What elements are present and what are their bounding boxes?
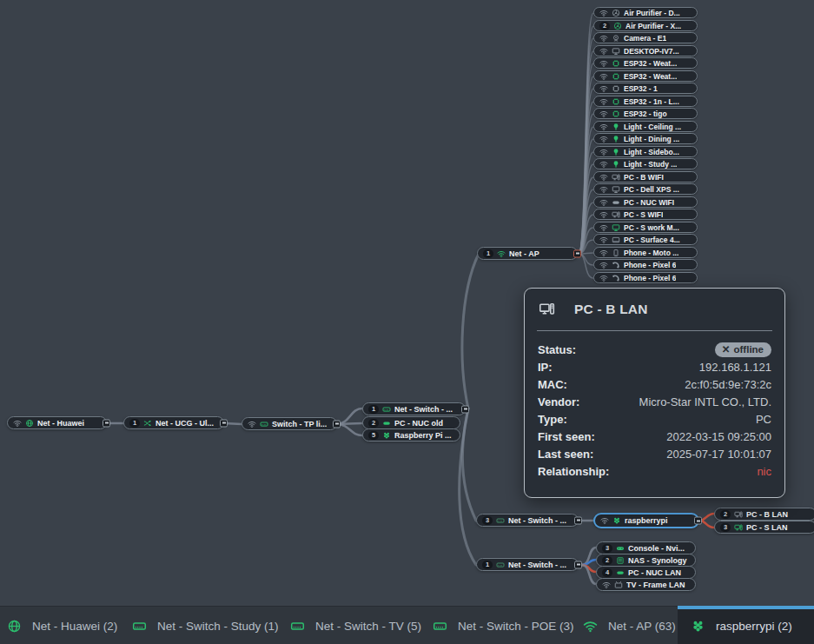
field-mac: MAC: 2c:f0:5d:9e:73:2c — [535, 375, 774, 393]
device-node-pc-b-wifi[interactable]: PC - B WIFI — [593, 171, 698, 183]
device-node-phone-moto[interactable]: Phone - Moto ... — [593, 247, 698, 258]
status-badge: ✕offline — [715, 342, 771, 357]
node-net-switch-a[interactable]: 1 Net - Switch - ... — [362, 402, 466, 415]
field-label: MAC: — [538, 378, 567, 391]
node-net-ap[interactable]: 1 Net - AP — [477, 247, 578, 260]
node-label: PC - S LAN — [746, 523, 788, 532]
bulb-icon — [612, 135, 620, 143]
device-node-pc-dell-xps[interactable]: PC - Dell XPS ... — [593, 183, 698, 195]
collapse-button[interactable] — [461, 405, 469, 413]
tab-raspberrypi-active[interactable]: raspberrypi (2) — [678, 607, 814, 644]
tab-net-switch-study[interactable]: Net - Switch - Study (1) — [132, 607, 279, 644]
tab-net-switch-poe[interactable]: Net - Switch - POE (3) — [433, 607, 574, 644]
field-ip: IP: 192.168.1.121 — [535, 358, 774, 375]
node-net-switch-b[interactable]: 3 Net - Switch - ... — [476, 514, 579, 527]
collapse-button[interactable] — [220, 419, 228, 427]
device-node-air-purifier-d[interactable]: Air Purifier - D... — [593, 7, 698, 18]
node-net-switch-c[interactable]: 1 Net - Switch - ... — [476, 558, 579, 571]
collapse-button[interactable] — [574, 516, 582, 524]
device-node-air-purifier-x[interactable]: 2Air Purifier - X... — [593, 20, 698, 31]
node-label: PC - NUC LAN — [628, 568, 681, 577]
bulb-icon — [612, 148, 620, 156]
node-switch-tp[interactable]: Switch - TP li... — [242, 417, 337, 430]
node-pc-s-lan[interactable]: 3 PC - S LAN — [714, 521, 814, 534]
device-label: Light - Dining ... — [624, 135, 679, 143]
node-pc-nuc-lan[interactable]: 4 PC - NUC LAN — [596, 566, 696, 579]
node-nas-synology[interactable]: 2 NAS - Synology — [596, 554, 696, 567]
node-net-ucg[interactable]: 1 Net - UCG - Ul... — [123, 416, 224, 429]
node-raspberrypi-selected[interactable]: raspberrypi — [593, 513, 699, 528]
device-node-esp32-weat-2[interactable]: ESP32 - Weat... — [593, 70, 698, 82]
device-node-light-sideboard[interactable]: Light - Sidebo... — [593, 146, 698, 157]
node-pc-b-lan[interactable]: 2 PC - B LAN — [714, 508, 814, 521]
device-node-esp32-weat-1[interactable]: ESP32 - Weat... — [593, 57, 698, 69]
field-value: PC — [756, 413, 771, 426]
tab-net-switch-tv[interactable]: Net - Switch - TV (5) — [290, 607, 421, 644]
device-node-pc-s-wifi[interactable]: PC - S WIFI — [593, 209, 698, 220]
popup-title: PC - B LAN — [574, 302, 648, 317]
device-node-pc-nuc-wifi[interactable]: PC - NUC WIFI — [593, 196, 698, 208]
wifi-icon — [599, 59, 608, 68]
device-label: PC - Surface 4... — [624, 236, 680, 244]
device-node-esp32-1n[interactable]: ESP32 - 1n - L... — [593, 96, 698, 107]
collapse-button[interactable] — [574, 561, 582, 568]
popup-header: PC - B LAN — [535, 298, 774, 317]
port-badge: 2 — [720, 510, 731, 519]
device-node-desktop[interactable]: DESKTOP-IV7... — [593, 45, 698, 56]
wifi-icon — [599, 97, 608, 106]
field-type: Type: PC — [535, 410, 774, 428]
device-node-esp32-tigo[interactable]: ESP32 - tigo — [593, 108, 698, 119]
device-node-esp32-1[interactable]: ESP32 - 1 — [593, 83, 698, 94]
device-node-light-ceiling[interactable]: Light - Ceiling ... — [593, 121, 698, 132]
pc-icon — [539, 301, 555, 317]
node-label: Net - Switch - ... — [508, 516, 566, 525]
wifi-icon — [602, 581, 611, 589]
mini-pc-icon — [612, 198, 620, 207]
wifi-icon — [599, 47, 608, 56]
device-node-phone-pixel6-a[interactable]: Phone - Pixel 6 — [593, 259, 698, 270]
device-label: PC - B WIFI — [624, 173, 664, 182]
wifi-icon — [599, 210, 608, 219]
tab-net-ap[interactable]: Net - AP (63) — [583, 607, 676, 644]
device-label: Air Purifier - D... — [624, 9, 680, 17]
tab-net-huawei[interactable]: Net - Huawei (2) — [7, 607, 117, 644]
port-badge: 5 — [368, 431, 379, 440]
collapse-button[interactable] — [694, 517, 702, 525]
tab-label: Net - Huawei (2) — [32, 620, 117, 633]
device-node-pc-s-work[interactable]: PC - S work M... — [593, 222, 698, 233]
port-badge: 2 — [602, 556, 612, 565]
device-node-camera-e1[interactable]: Camera - E1 — [593, 32, 698, 43]
port-badge: 2 — [599, 22, 610, 30]
wifi-icon — [599, 72, 608, 81]
node-net-huawei[interactable]: Net - Huawei — [7, 416, 107, 429]
monitor-icon — [612, 185, 620, 194]
device-label: Light - Sidebo... — [624, 148, 679, 156]
device-label: Phone - Pixel 6 — [624, 274, 676, 282]
field-value: 2025-07-17 10:01:07 — [666, 448, 771, 461]
device-label: Light - Ceiling ... — [624, 123, 681, 131]
collapse-button[interactable] — [333, 420, 341, 428]
node-pc-nuc-old[interactable]: 2 PC - NUC old — [362, 416, 460, 429]
device-node-phone-pixel6-b[interactable]: Phone - Pixel 6 — [593, 272, 698, 283]
node-tv-frame-lan[interactable]: TV - Frame LAN — [596, 578, 696, 591]
controller-icon — [616, 544, 625, 553]
node-raspberry-pi[interactable]: 5 Raspberry Pi ... — [362, 428, 460, 442]
chip-icon — [612, 72, 620, 81]
device-node-light-study[interactable]: Light - Study ... — [593, 158, 698, 169]
node-label: Switch - TP li... — [272, 420, 327, 428]
field-label: IP: — [538, 361, 553, 374]
device-label: PC - S work M... — [624, 223, 679, 232]
port-badge: 3 — [482, 516, 493, 525]
collapse-button[interactable] — [573, 249, 581, 257]
node-console-nvidia[interactable]: 3 Console - Nvi... — [596, 541, 696, 554]
tab-label: raspberrypi (2) — [716, 620, 792, 633]
device-label: PC - Dell XPS ... — [624, 185, 679, 194]
switch-icon — [382, 405, 391, 414]
wifi-icon — [599, 249, 608, 257]
device-node-light-dining[interactable]: Light - Dining ... — [593, 133, 698, 144]
wifi-icon — [599, 84, 608, 93]
device-node-pc-surface[interactable]: PC - Surface 4... — [593, 234, 698, 245]
node-label: TV - Frame LAN — [626, 581, 685, 589]
collapse-button[interactable] — [103, 419, 110, 427]
wifi-icon — [599, 135, 608, 143]
